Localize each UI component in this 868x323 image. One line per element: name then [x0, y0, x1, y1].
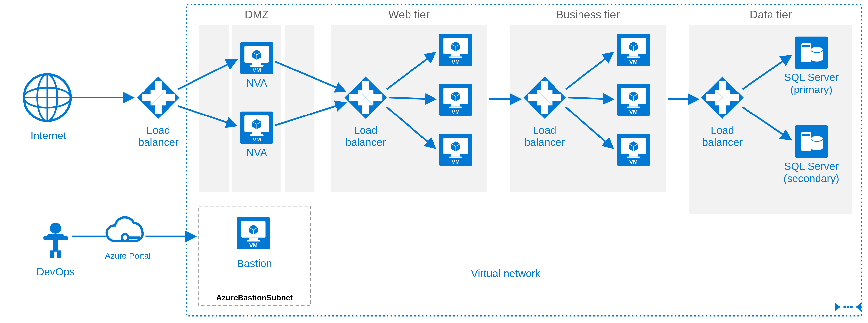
bastion-subnet-label: AzureBastionSubnet: [216, 293, 293, 302]
expand-icon: [835, 302, 861, 311]
svg-point-37: [843, 306, 846, 309]
public-load-balancer-icon: [137, 76, 180, 119]
svg-marker-36: [856, 302, 861, 311]
dmz-header: DMZ: [245, 8, 269, 21]
sql-primary-label-1: SQL Server: [784, 71, 839, 83]
nva-vm-2: [240, 111, 273, 144]
azure-portal-icon: [106, 217, 143, 241]
data-tier-header: Data tier: [750, 8, 792, 21]
sql-primary-label-2: (primary): [790, 84, 833, 95]
svg-point-39: [850, 306, 852, 309]
nva-1-label: NVA: [246, 77, 267, 89]
architecture-diagram: VM: [0, 0, 868, 323]
business-tier-header: Business tier: [556, 8, 620, 21]
azure-portal-label: Azure Portal: [105, 251, 151, 260]
devops-label: DevOps: [37, 266, 75, 278]
web-vm-2: [439, 84, 472, 116]
virtual-network-label: Virtual network: [471, 267, 540, 279]
svg-point-38: [847, 306, 849, 309]
internet-label: Internet: [31, 130, 67, 141]
biz-lb-label-2: balancer: [524, 136, 565, 148]
business-vm-1: [617, 34, 650, 66]
public-lb-label-2: balancer: [138, 136, 179, 148]
sql-secondary-label-2: (secondary): [783, 172, 839, 184]
business-vm-3: [617, 134, 650, 166]
sql-secondary-label-1: SQL Server: [784, 160, 839, 172]
web-lb-label-2: balancer: [345, 136, 386, 148]
internet-icon: [24, 74, 71, 121]
business-vm-2: [617, 84, 650, 116]
web-tier-header: Web tier: [389, 8, 430, 21]
svg-rect-31: [284, 26, 314, 192]
svg-rect-29: [199, 26, 229, 192]
sql-server-primary-icon: [795, 37, 828, 69]
sql-server-secondary-icon: [795, 125, 828, 158]
web-vm-3: [439, 134, 472, 166]
bastion-vm-icon: [237, 217, 270, 249]
nva-vm-1: [240, 42, 273, 74]
public-lb-label-1: Load: [147, 124, 170, 136]
nva-2-label: NVA: [246, 147, 267, 158]
biz-lb-label-1: Load: [533, 124, 556, 136]
data-lb-label-1: Load: [711, 124, 734, 136]
web-vm-1: [439, 34, 472, 66]
bastion-label: Bastion: [237, 257, 272, 269]
devops-user-icon: [43, 223, 68, 258]
web-lb-label-1: Load: [354, 124, 377, 136]
svg-marker-35: [835, 302, 840, 311]
data-lb-label-2: balancer: [702, 136, 743, 148]
